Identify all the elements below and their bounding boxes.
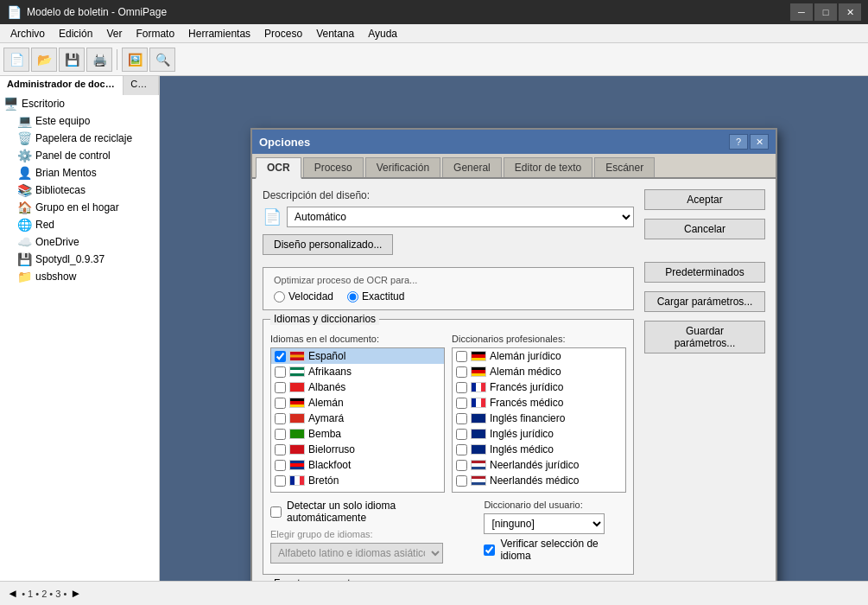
- sidebar-tab-documents[interactable]: Administrador de documentos: [0, 76, 124, 95]
- sidebar-item-onedrive[interactable]: ☁️ OneDrive: [14, 233, 159, 251]
- sidebar-item-red[interactable]: 🌐 Red: [14, 216, 159, 233]
- dict-ingles-financiero[interactable]: Inglés financiero: [453, 411, 625, 426]
- cancel-button[interactable]: Cancelar: [644, 219, 765, 239]
- sidebar-tab-load[interactable]: Carga: [124, 76, 159, 95]
- sidebar-item-spotydl[interactable]: 💾 Spotydl_0.9.37: [14, 251, 159, 268]
- dict-checkbox-ingles-medico[interactable]: [456, 444, 467, 455]
- auto-detect-checkbox[interactable]: [270, 506, 282, 518]
- print-button[interactable]: 🖨️: [86, 48, 112, 72]
- dict-aleman-juridico[interactable]: Alemán jurídico: [453, 348, 625, 364]
- lang-checkbox-aleman[interactable]: [275, 398, 286, 409]
- lang-item-afrikaans[interactable]: Afrikaans: [271, 364, 444, 379]
- radio-speed[interactable]: Velocidad: [274, 290, 333, 302]
- lang-group-dropdown[interactable]: Alfabeto latino e idiomas asiáticos: [270, 543, 443, 564]
- sidebar-item-bibliotecas[interactable]: 📚 Bibliotecas: [14, 182, 159, 199]
- tab-escaner[interactable]: Escáner: [594, 157, 655, 177]
- dict-neerlandes-medico[interactable]: Neerlandés médico: [453, 473, 625, 488]
- dict-aleman-medico[interactable]: Alemán médico: [453, 364, 625, 379]
- sidebar-item-papelera[interactable]: 🗑️ Papelera de reciclaje: [14, 130, 159, 147]
- tab-editor-texto[interactable]: Editor de texto: [504, 157, 592, 177]
- lang-item-bielorruso[interactable]: Bielorruso: [271, 442, 444, 457]
- sidebar-item-equipo[interactable]: 💻 Este equipo: [14, 112, 159, 130]
- load-params-button[interactable]: Cargar parámetros...: [644, 291, 765, 312]
- lang-item-breton[interactable]: Bretón: [271, 473, 444, 488]
- ocr-button[interactable]: 🔍: [149, 48, 175, 72]
- menu-item-ver[interactable]: Ver: [99, 26, 129, 41]
- page-prev-button[interactable]: ◄: [7, 587, 18, 600]
- tab-proceso[interactable]: Proceso: [303, 157, 364, 177]
- lang-checkbox-bielorruso[interactable]: [275, 444, 286, 455]
- menu-item-herramientas[interactable]: Herramientas: [181, 26, 257, 41]
- dict-ingles-medico[interactable]: Inglés médico: [453, 442, 625, 457]
- dict-name-neerlandes-medico: Neerlandés médico: [490, 474, 579, 487]
- lang-checkbox-blackfoot[interactable]: [275, 460, 286, 471]
- tab-verificacion[interactable]: Verificación: [365, 157, 440, 177]
- dict-ingles-juridico[interactable]: Inglés jurídico: [453, 426, 625, 442]
- close-button[interactable]: ✕: [839, 3, 861, 21]
- doc-langs-list[interactable]: Español Afrikaans: [270, 347, 445, 493]
- lang-checkbox-aymara[interactable]: [275, 413, 286, 424]
- sidebar-item-escritorio[interactable]: 🖥️ Escritorio: [0, 95, 159, 112]
- menu-item-archivo[interactable]: Archivo: [3, 26, 52, 41]
- lang-checkbox-albanes[interactable]: [275, 382, 286, 393]
- flag-gb-m: [471, 444, 486, 455]
- menu-item-ayuda[interactable]: Ayuda: [361, 26, 404, 41]
- radio-accuracy-input[interactable]: [347, 291, 358, 302]
- accept-button[interactable]: Aceptar: [644, 189, 765, 210]
- menu-item-formato[interactable]: Formato: [129, 26, 181, 41]
- dialog-help-button[interactable]: ?: [729, 134, 748, 150]
- maximize-button[interactable]: □: [814, 3, 837, 21]
- menu-item-ventana[interactable]: Ventana: [309, 26, 361, 41]
- minimize-button[interactable]: ─: [790, 3, 813, 21]
- dict-checkbox-neerlandes-medico[interactable]: [456, 475, 467, 487]
- dict-name-ingles-juridico: Inglés jurídico: [490, 428, 554, 440]
- dict-checkbox-frances-medico[interactable]: [456, 398, 467, 409]
- menu-item-edición[interactable]: Edición: [52, 26, 99, 41]
- lang-item-bemba[interactable]: Bemba: [271, 426, 444, 442]
- sidebar-item-panel[interactable]: ⚙️ Panel de control: [14, 147, 159, 164]
- dict-checkbox-neerlandes-juridico[interactable]: [456, 460, 467, 471]
- flag-ay: [289, 413, 305, 424]
- lang-checkbox-afrikaans[interactable]: [275, 366, 286, 378]
- dict-frances-juridico[interactable]: Francés jurídico: [453, 379, 625, 395]
- flag-ca: [289, 460, 305, 470]
- new-button[interactable]: 📄: [3, 48, 29, 72]
- tab-general[interactable]: General: [442, 157, 502, 177]
- sidebar-item-label: OneDrive: [35, 236, 79, 248]
- dict-neerlandes-juridico[interactable]: Neerlandés jurídico: [453, 457, 625, 473]
- radio-speed-input[interactable]: [274, 291, 285, 302]
- dict-checkbox-ingles-juridico[interactable]: [456, 429, 467, 440]
- save-params-button[interactable]: Guardar parámetros...: [644, 321, 765, 353]
- defaults-button[interactable]: Predeterminados: [644, 262, 765, 283]
- dialog-close-button[interactable]: ✕: [750, 134, 769, 150]
- menu-item-proceso[interactable]: Proceso: [257, 26, 309, 41]
- sidebar-item-hogar[interactable]: 🏠 Grupo en el hogar: [14, 199, 159, 216]
- tab-ocr[interactable]: OCR: [256, 157, 301, 179]
- ocr-radio-row: Velocidad Exactitud: [274, 290, 623, 302]
- lang-item-aymara[interactable]: Aymará: [271, 411, 444, 426]
- dict-frances-medico[interactable]: Francés médico: [453, 395, 625, 411]
- page-next-button[interactable]: ►: [70, 587, 81, 600]
- open-button[interactable]: 📂: [31, 48, 57, 72]
- lang-item-albanes[interactable]: Albanés: [271, 379, 444, 395]
- user-dict-dropdown[interactable]: [ninguno]: [484, 513, 605, 534]
- lang-item-espanol[interactable]: Español: [271, 348, 444, 364]
- layout-dropdown[interactable]: Automático: [287, 207, 634, 227]
- radio-accuracy[interactable]: Exactitud: [347, 290, 404, 302]
- dict-checkbox-ingles-financiero[interactable]: [456, 413, 467, 424]
- save-button[interactable]: 💾: [59, 48, 85, 72]
- verify-lang-checkbox[interactable]: [484, 544, 495, 556]
- lang-item-blackfoot[interactable]: Blackfoot: [271, 457, 444, 473]
- lang-checkbox-espanol[interactable]: [275, 351, 286, 362]
- sidebar-item-brian[interactable]: 👤 Brian Mentos: [14, 164, 159, 182]
- dict-checkbox-frances-juridico[interactable]: [456, 382, 467, 393]
- dict-checkbox-aleman-medico[interactable]: [456, 366, 467, 378]
- pro-dicts-list[interactable]: Alemán jurídico Alemán médico: [452, 347, 626, 493]
- customize-button[interactable]: Diseño personalizado...: [263, 234, 393, 255]
- sidebar-item-usbshow[interactable]: 📁 usbshow: [14, 268, 159, 285]
- lang-checkbox-breton[interactable]: [275, 475, 286, 487]
- scan-button[interactable]: 🖼️: [122, 48, 148, 72]
- lang-item-aleman[interactable]: Alemán: [271, 395, 444, 411]
- dict-checkbox-aleman-juridico[interactable]: [456, 351, 467, 362]
- lang-checkbox-bemba[interactable]: [275, 429, 286, 440]
